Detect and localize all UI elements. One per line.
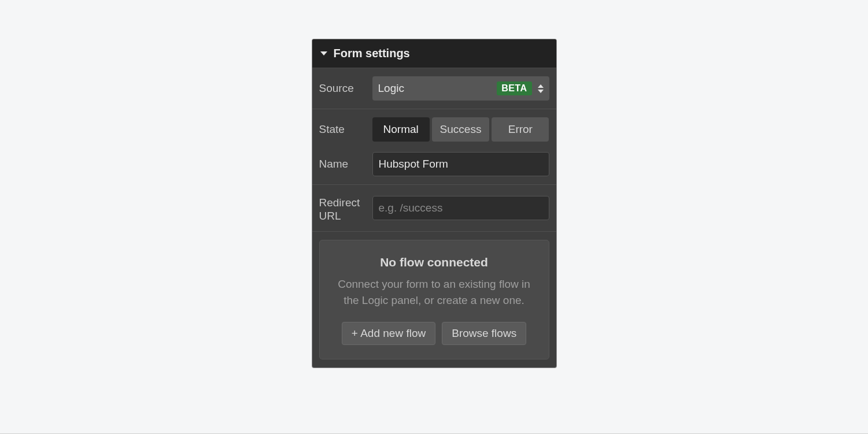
- redirect-section: Redirect URL: [312, 185, 556, 232]
- source-section: Source Logic BETA: [312, 68, 556, 109]
- select-arrows-icon: [538, 84, 544, 93]
- source-label: Source: [319, 82, 368, 95]
- name-input[interactable]: [372, 152, 549, 176]
- caret-down-icon: [320, 51, 327, 55]
- flow-actions: + Add new flow Browse flows: [333, 322, 536, 345]
- state-option-error[interactable]: Error: [492, 117, 549, 142]
- state-label: State: [319, 123, 368, 136]
- redirect-url-input[interactable]: [372, 196, 549, 220]
- state-segmented-control: Normal Success Error: [372, 117, 549, 142]
- beta-badge: BETA: [497, 81, 531, 95]
- source-row: Source Logic BETA: [319, 76, 549, 101]
- flow-card: No flow connected Connect your form to a…: [319, 240, 549, 359]
- panel-title: Form settings: [334, 47, 410, 60]
- state-name-section: State Normal Success Error Name: [312, 109, 556, 185]
- panel-header[interactable]: Form settings: [312, 39, 556, 68]
- name-label: Name: [319, 158, 368, 171]
- flow-card-title: No flow connected: [333, 255, 536, 269]
- redirect-row: Redirect URL: [319, 193, 549, 223]
- form-settings-panel: Form settings Source Logic BETA State No…: [312, 39, 556, 368]
- state-row: State Normal Success Error: [319, 117, 549, 142]
- browse-flows-button[interactable]: Browse flows: [442, 322, 526, 345]
- add-new-flow-button[interactable]: + Add new flow: [342, 322, 435, 345]
- name-row: Name: [319, 152, 549, 176]
- source-value: Logic: [378, 82, 497, 95]
- state-option-success[interactable]: Success: [432, 117, 489, 142]
- redirect-label: Redirect URL: [319, 193, 368, 223]
- flow-card-description: Connect your form to an existing flow in…: [333, 276, 536, 309]
- source-select[interactable]: Logic BETA: [372, 76, 549, 101]
- state-option-normal[interactable]: Normal: [372, 117, 430, 142]
